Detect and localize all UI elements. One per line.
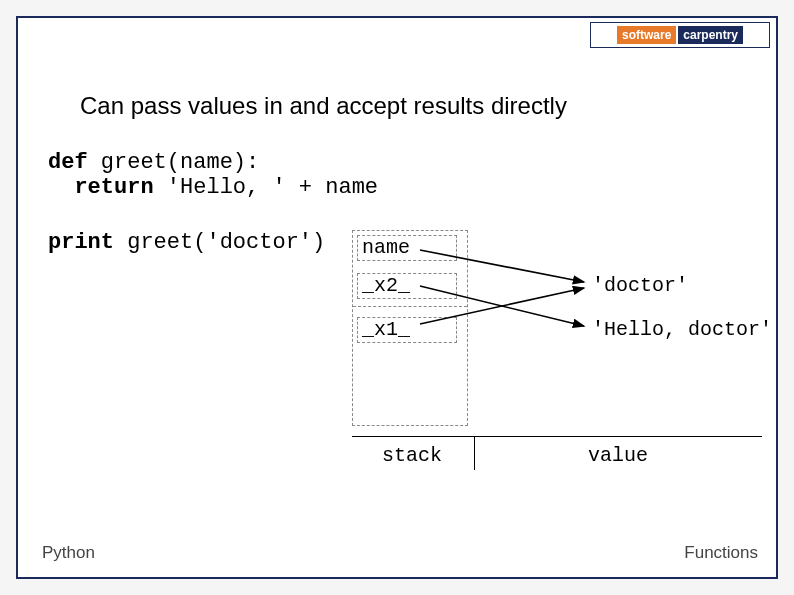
label-stack: stack — [382, 444, 442, 467]
footer-right: Functions — [684, 543, 758, 563]
value-doctor: 'doctor' — [592, 274, 688, 297]
logo-software: software — [617, 26, 676, 44]
code-line2: 'Hello, ' + name — [154, 175, 378, 200]
code-definition: def greet(name): return 'Hello, ' + name — [48, 150, 378, 200]
stack-frame-outer: name _x2_ _x1_ — [352, 230, 468, 426]
code-line1: greet(name): — [88, 150, 260, 175]
value-hello-doctor: 'Hello, doctor' — [592, 318, 772, 341]
table-hline — [352, 436, 762, 437]
logo-carpentry: carpentry — [678, 26, 743, 44]
slide-frame: software carpentry Can pass values in an… — [16, 16, 778, 579]
table-vline — [474, 436, 475, 470]
code-call: print greet('doctor') — [48, 230, 325, 255]
footer-left: Python — [42, 543, 95, 563]
stack-cell-x1: _x1_ — [357, 317, 457, 343]
keyword-print: print — [48, 230, 114, 255]
logo-badge: software carpentry — [590, 22, 770, 48]
stack-diagram: name _x2_ _x1_ 'doctor' 'Hello, doctor' … — [352, 224, 782, 484]
slide-title: Can pass values in and accept results di… — [80, 92, 567, 120]
stack-cell-name: name — [357, 235, 457, 261]
keyword-return: return — [74, 175, 153, 200]
stack-cell-x2: _x2_ — [357, 273, 457, 299]
label-value: value — [588, 444, 648, 467]
code-line3: greet('doctor') — [114, 230, 325, 255]
keyword-def: def — [48, 150, 88, 175]
